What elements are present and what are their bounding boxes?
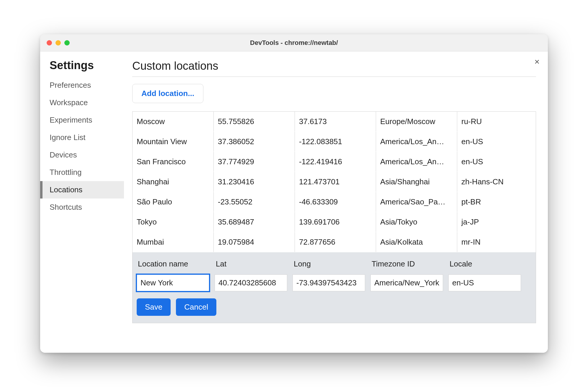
cell-tz: America/Los_An…: [376, 132, 457, 152]
cell-long: -122.419416: [295, 152, 376, 172]
sidebar-item-workspace[interactable]: Workspace: [40, 94, 124, 111]
cell-tz: America/Los_An…: [376, 152, 457, 172]
cell-locale: mr-IN: [457, 232, 536, 252]
header-locale: Locale: [448, 258, 532, 270]
cancel-button[interactable]: Cancel: [176, 298, 216, 316]
cell-tz: America/Sao_Pa…: [376, 192, 457, 212]
cell-long: 72.877656: [295, 232, 376, 252]
editor-headers: Location name Lat Long Timezone ID Local…: [137, 258, 532, 270]
header-lat: Lat: [215, 258, 293, 270]
location-lat-input[interactable]: [215, 274, 287, 291]
sidebar-item-preferences[interactable]: Preferences: [40, 77, 124, 94]
table-row[interactable]: Mumbai 19.075984 72.877656 Asia/Kolkata …: [133, 232, 536, 252]
header-name: Location name: [137, 258, 215, 270]
editor-inputs: [137, 274, 532, 291]
cell-locale: en-US: [457, 132, 536, 152]
add-location-button[interactable]: Add location...: [132, 84, 203, 103]
table-row[interactable]: Moscow 55.755826 37.6173 Europe/Moscow r…: [133, 112, 536, 132]
header-long: Long: [293, 258, 370, 270]
cell-name: Mumbai: [133, 232, 214, 252]
sidebar-item-experiments[interactable]: Experiments: [40, 111, 124, 129]
window-maximize-icon[interactable]: [64, 40, 70, 45]
page-title: Custom locations: [132, 60, 536, 77]
cell-locale: zh-Hans-CN: [457, 172, 536, 192]
close-icon[interactable]: ×: [534, 57, 540, 66]
cell-locale: ja-JP: [457, 212, 536, 232]
locations-table: Moscow 55.755826 37.6173 Europe/Moscow r…: [132, 111, 536, 323]
devtools-window: DevTools - chrome://newtab/ × Settings P…: [40, 34, 548, 353]
cell-name: Moscow: [133, 112, 214, 131]
cell-long: -122.083851: [295, 132, 376, 152]
cell-name: Tokyo: [133, 212, 214, 232]
table-row[interactable]: Shanghai 31.230416 121.473701 Asia/Shang…: [133, 172, 536, 192]
window-minimize-icon[interactable]: [55, 40, 61, 45]
cell-locale: pt-BR: [457, 192, 536, 212]
settings-body: × Settings Preferences Workspace Experim…: [40, 51, 548, 353]
cell-long: 37.6173: [295, 112, 376, 131]
titlebar: DevTools - chrome://newtab/: [40, 34, 548, 51]
cell-locale: en-US: [457, 152, 536, 172]
sidebar-item-locations[interactable]: Locations: [40, 181, 124, 199]
sidebar-item-throttling[interactable]: Throttling: [40, 164, 124, 181]
location-name-input[interactable]: [137, 274, 209, 291]
cell-name: São Paulo: [133, 192, 214, 212]
table-body: Moscow 55.755826 37.6173 Europe/Moscow r…: [133, 112, 536, 252]
cell-long: 139.691706: [295, 212, 376, 232]
cell-long: -46.633309: [295, 192, 376, 212]
sidebar-item-devices[interactable]: Devices: [40, 146, 124, 164]
window-close-icon[interactable]: [47, 40, 52, 45]
location-long-input[interactable]: [293, 274, 365, 291]
cell-tz: Europe/Moscow: [376, 112, 457, 131]
cell-lat: 55.755826: [214, 112, 295, 131]
sidebar-item-shortcuts[interactable]: Shortcuts: [40, 199, 124, 216]
cell-lat: 31.230416: [214, 172, 295, 192]
table-row[interactable]: São Paulo -23.55052 -46.633309 America/S…: [133, 192, 536, 212]
cell-lat: 37.774929: [214, 152, 295, 172]
editor-buttons: Save Cancel: [137, 298, 532, 316]
cell-name: Shanghai: [133, 172, 214, 192]
table-row[interactable]: Mountain View 37.386052 -122.083851 Amer…: [133, 132, 536, 152]
save-button[interactable]: Save: [137, 298, 171, 316]
cell-name: Mountain View: [133, 132, 214, 152]
sidebar-item-ignore-list[interactable]: Ignore List: [40, 129, 124, 146]
cell-locale: ru-RU: [457, 112, 536, 131]
table-row[interactable]: San Francisco 37.774929 -122.419416 Amer…: [133, 152, 536, 172]
cell-name: San Francisco: [133, 152, 214, 172]
location-locale-input[interactable]: [448, 274, 521, 291]
cell-tz: Asia/Shanghai: [376, 172, 457, 192]
window-title: DevTools - chrome://newtab/: [40, 39, 548, 47]
cell-tz: Asia/Kolkata: [376, 232, 457, 252]
cell-lat: 37.386052: [214, 132, 295, 152]
table-row[interactable]: Tokyo 35.689487 139.691706 Asia/Tokyo ja…: [133, 212, 536, 232]
window-controls: [47, 40, 70, 45]
location-tz-input[interactable]: [370, 274, 443, 291]
main-panel: Custom locations Add location... Moscow …: [124, 51, 548, 353]
location-editor: Location name Lat Long Timezone ID Local…: [133, 252, 536, 323]
sidebar-heading: Settings: [40, 59, 124, 77]
cell-lat: -23.55052: [214, 192, 295, 212]
cell-lat: 19.075984: [214, 232, 295, 252]
cell-tz: Asia/Tokyo: [376, 212, 457, 232]
sidebar: Settings Preferences Workspace Experimen…: [40, 51, 124, 353]
cell-lat: 35.689487: [214, 212, 295, 232]
header-tz: Timezone ID: [370, 258, 448, 270]
cell-long: 121.473701: [295, 172, 376, 192]
